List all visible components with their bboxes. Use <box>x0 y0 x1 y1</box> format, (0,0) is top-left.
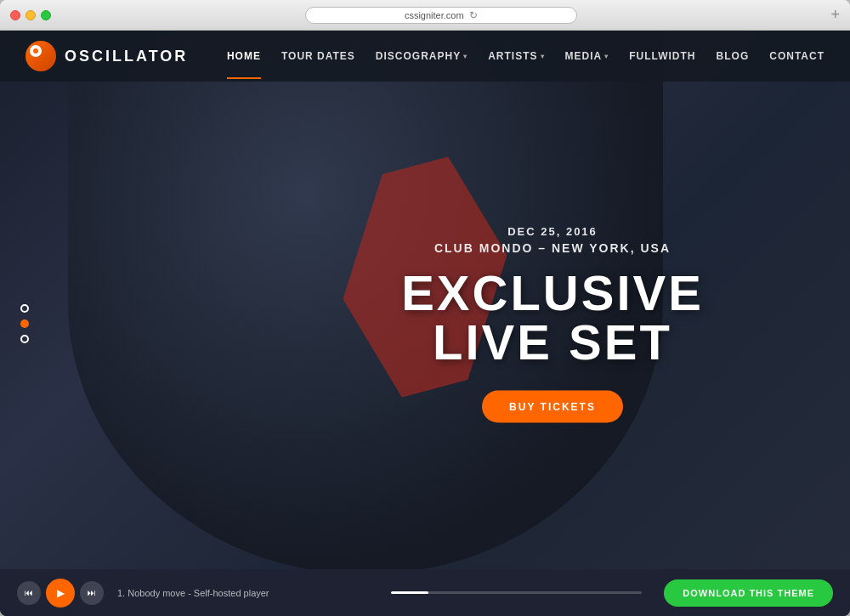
logo[interactable]: OSCILLATOR <box>26 41 188 71</box>
progress-bar[interactable] <box>391 591 643 594</box>
buy-tickets-button[interactable]: BUY TICKETS <box>482 390 623 422</box>
main-navigation: OSCILLATOR HOME TOUR DATES DISCOGRAPHY ▾… <box>0 31 850 82</box>
hero-date: DEC 25, 2016 <box>340 224 765 237</box>
nav-item-blog-wrapper: BLOG <box>717 50 750 62</box>
progress-fill <box>391 591 428 594</box>
slide-dot-3[interactable] <box>20 335 29 343</box>
hero-content: DEC 25, 2016 CLUB MONDO – NEW YORK, USA … <box>340 224 765 422</box>
nav-item-tour-dates[interactable]: TOUR DATES <box>281 50 355 62</box>
logo-text: OSCILLATOR <box>65 48 188 65</box>
prev-button[interactable]: ⏮ <box>17 581 41 605</box>
browser-window: cssigniter.com ↻ + OSCILLATOR HOME TOUR … <box>0 0 850 616</box>
nav-item-discography[interactable]: DISCOGRAPHY ▾ <box>376 50 468 62</box>
hero-venue: CLUB MONDO – NEW YORK, USA <box>340 240 765 254</box>
hero-title: EXCLUSIVE LIVE SET <box>340 268 765 366</box>
nav-menu: HOME TOUR DATES DISCOGRAPHY ▾ ARTISTS ▾ … <box>227 50 824 62</box>
traffic-lights <box>10 10 51 20</box>
nav-item-artists[interactable]: ARTISTS ▾ <box>488 50 544 62</box>
nav-item-fullwidth-wrapper: FULLWIDTH <box>629 50 695 62</box>
logo-icon <box>26 41 56 71</box>
download-theme-button[interactable]: DOWNLOAD THIS THEME <box>664 579 833 607</box>
artists-dropdown-arrow: ▾ <box>541 53 545 60</box>
nav-item-home-wrapper: HOME <box>227 50 261 62</box>
player-bar: ⏮ ▶ ⏭ 1. Nobody move - Self-hosted playe… <box>0 569 850 616</box>
nav-item-media[interactable]: MEDIA ▾ <box>565 50 609 62</box>
website-content: OSCILLATOR HOME TOUR DATES DISCOGRAPHY ▾… <box>0 31 850 616</box>
nav-item-tour-dates-wrapper: TOUR DATES <box>281 50 355 62</box>
new-tab-button[interactable]: + <box>830 6 840 24</box>
track-info: 1. Nobody move - Self-hosted player <box>117 588 369 598</box>
url-text: cssigniter.com <box>405 10 464 20</box>
nav-item-media-wrapper: MEDIA ▾ <box>565 50 609 62</box>
nav-item-fullwidth[interactable]: FULLWIDTH <box>629 50 695 62</box>
nav-item-blog[interactable]: BLOG <box>717 50 750 62</box>
browser-titlebar: cssigniter.com ↻ + <box>0 0 850 31</box>
refresh-icon[interactable]: ↻ <box>469 9 478 21</box>
slide-dot-2[interactable] <box>20 319 29 328</box>
minimize-button[interactable] <box>26 10 36 20</box>
slide-indicators <box>20 304 29 343</box>
nav-item-contact[interactable]: CONTACT <box>769 50 824 62</box>
slide-dot-1[interactable] <box>20 304 29 313</box>
discography-dropdown-arrow: ▾ <box>463 53 468 60</box>
next-button[interactable]: ⏭ <box>80 581 104 605</box>
close-button[interactable] <box>10 10 20 20</box>
nav-item-discography-wrapper: DISCOGRAPHY ▾ <box>376 50 468 62</box>
play-button[interactable]: ▶ <box>46 579 75 608</box>
url-input[interactable]: cssigniter.com ↻ <box>305 7 577 24</box>
maximize-button[interactable] <box>41 10 51 20</box>
player-controls: ⏮ ▶ ⏭ <box>17 579 104 608</box>
media-dropdown-arrow: ▾ <box>604 53 609 60</box>
nav-item-home[interactable]: HOME <box>227 50 261 62</box>
nav-item-artists-wrapper: ARTISTS ▾ <box>488 50 544 62</box>
nav-item-contact-wrapper: CONTACT <box>769 50 824 62</box>
address-bar: cssigniter.com ↻ <box>58 7 824 24</box>
